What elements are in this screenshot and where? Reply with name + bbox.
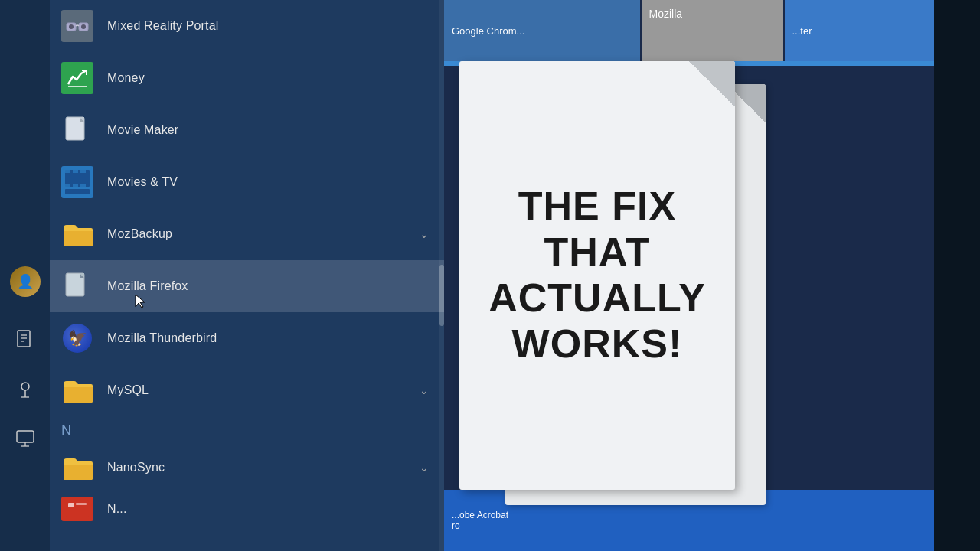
- n-bottom-icon: [61, 497, 93, 521]
- svg-rect-22: [80, 170, 86, 173]
- avatar-image: 👤: [10, 266, 41, 297]
- svg-rect-23: [65, 184, 70, 187]
- dark-edge: [934, 0, 980, 551]
- app-item-movie-maker[interactable]: Movie Maker: [50, 104, 444, 156]
- pin-icon[interactable]: [0, 367, 50, 409]
- section-n-header: N: [50, 416, 444, 442]
- app-item-mozilla-thunderbird[interactable]: Mozilla Thunderbird: [50, 312, 444, 364]
- app-item-mozilla-firefox[interactable]: Mozilla Firefox: [50, 260, 444, 312]
- svg-rect-21: [73, 170, 78, 173]
- svg-rect-28: [68, 503, 74, 507]
- app-item-mozbackup[interactable]: MozBackup ⌄: [50, 208, 444, 260]
- money-label: Money: [107, 71, 433, 85]
- svg-rect-24: [73, 184, 78, 187]
- mozilla-thunderbird-icon: [61, 322, 93, 354]
- app-item-money[interactable]: Money: [50, 52, 444, 104]
- nanosync-label: NanoSync: [107, 461, 420, 474]
- document-overlay: THE FIX THAT ACTUALLY WORKS!: [459, 61, 781, 528]
- movie-maker-label: Movie Maker: [107, 123, 433, 137]
- tile-mozilla-label: Mozilla: [645, 4, 687, 24]
- doc-line-3: ACTUALLY: [488, 276, 706, 321]
- mysql-icon: [61, 374, 93, 406]
- svg-rect-7: [17, 431, 34, 442]
- tile-right-label: ...ter: [792, 25, 812, 37]
- tile-google-chrome[interactable]: Google Chrom...: [444, 0, 640, 61]
- n-bottom-label: N...: [107, 502, 433, 516]
- svg-rect-29: [76, 503, 87, 505]
- movies-tv-icon: [61, 166, 93, 198]
- app-item-mysql[interactable]: MySQL ⌄: [50, 364, 444, 416]
- mixed-reality-portal-label: Mixed Reality Portal: [107, 19, 433, 33]
- user-avatar[interactable]: 👤: [0, 260, 50, 302]
- mysql-label: MySQL: [107, 383, 420, 397]
- app-list: Mixed Reality Portal Money: [50, 0, 444, 551]
- start-menu: 👤: [0, 0, 444, 551]
- svg-rect-20: [65, 170, 70, 173]
- doc-line-2: THAT: [488, 230, 706, 276]
- monitor-icon[interactable]: [0, 417, 50, 459]
- top-tiles-row: Google Chrom... Mozilla ...ter: [444, 0, 980, 61]
- nanosync-expand-arrow: ⌄: [420, 461, 429, 474]
- mozilla-firefox-label: Mozilla Firefox: [107, 279, 433, 293]
- right-panel: Google Chrom... Mozilla ...ter THE FIX T…: [444, 0, 980, 551]
- money-icon: [61, 62, 93, 94]
- app-item-movies-tv[interactable]: Movies & TV: [50, 156, 444, 208]
- mozbackup-expand-arrow: ⌄: [420, 228, 429, 240]
- documents-icon[interactable]: [0, 318, 50, 360]
- svg-rect-25: [80, 184, 86, 187]
- document-front-page: THE FIX THAT ACTUALLY WORKS!: [459, 61, 735, 490]
- mozbackup-label: MozBackup: [107, 227, 420, 241]
- doc-line-4: WORKS!: [488, 321, 706, 367]
- app-item-mixed-reality-portal[interactable]: Mixed Reality Portal: [50, 0, 444, 52]
- app-item-nanosync[interactable]: NanoSync ⌄: [50, 442, 444, 494]
- doc-line-1: THE FIX: [488, 184, 706, 230]
- svg-point-12: [69, 24, 74, 29]
- tile-mozilla[interactable]: Mozilla: [642, 0, 783, 61]
- nanosync-icon: [61, 452, 93, 484]
- mozbackup-icon: [61, 218, 93, 250]
- sidebar-strip: 👤: [0, 0, 50, 551]
- svg-rect-19: [65, 189, 90, 194]
- tile-chrome-label: Google Chrom...: [452, 25, 524, 37]
- mozilla-firefox-icon: [61, 270, 93, 302]
- app-item-n-bottom[interactable]: N...: [50, 494, 444, 524]
- movies-tv-label: Movies & TV: [107, 175, 433, 189]
- document-text: THE FIX THAT ACTUALLY WORKS!: [473, 168, 721, 382]
- svg-point-4: [21, 383, 29, 390]
- mixed-reality-portal-icon: [61, 10, 93, 42]
- mozilla-thunderbird-label: Mozilla Thunderbird: [107, 331, 433, 345]
- mysql-expand-arrow: ⌄: [420, 384, 429, 396]
- svg-point-13: [81, 24, 86, 29]
- movie-maker-icon: [61, 114, 93, 146]
